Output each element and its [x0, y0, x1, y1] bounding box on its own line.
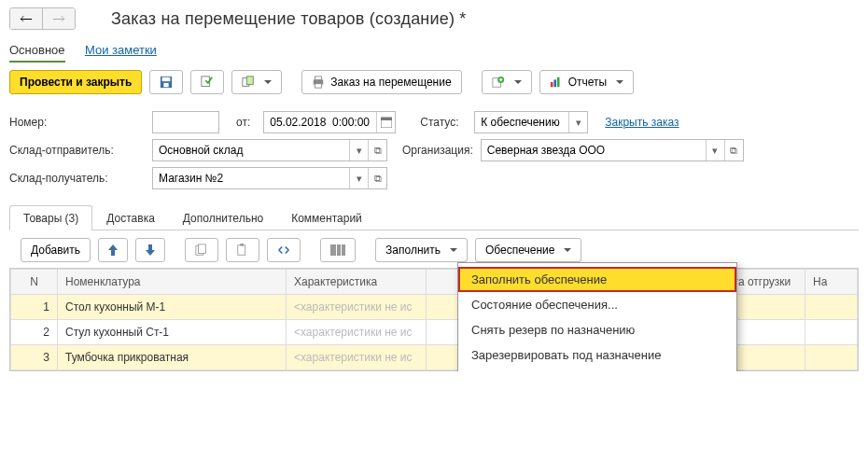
paste-icon	[236, 244, 249, 257]
warehouse-to-label: Склад-получатель:	[9, 172, 145, 185]
from-label: от:	[236, 116, 250, 129]
tab-goods[interactable]: Товары (3)	[9, 205, 92, 230]
number-input[interactable]	[153, 112, 218, 132]
org-input[interactable]	[482, 140, 706, 160]
tab-delivery[interactable]: Доставка	[92, 205, 169, 230]
barcode-icon	[330, 244, 345, 256]
page-title: Заказ на перемещение товаров (создание) …	[111, 9, 467, 29]
svg-rect-19	[240, 244, 244, 246]
nav-back-button[interactable]: 🡐	[10, 8, 42, 29]
col-char: Характеристика	[287, 270, 427, 295]
col-n: N	[11, 270, 58, 295]
svg-rect-8	[315, 84, 322, 88]
attach-icon	[492, 76, 505, 89]
svg-rect-17	[199, 244, 206, 254]
print-order-button[interactable]: Заказ на перемещение	[301, 70, 461, 94]
supply-release-item[interactable]: Снять резерв по назначению	[458, 317, 736, 342]
supply-state-item[interactable]: Состояние обеспечения...	[458, 292, 736, 317]
svg-rect-5	[247, 77, 254, 85]
calendar-icon	[381, 117, 392, 128]
warehouse-from-label: Склад-отправитель:	[9, 144, 145, 157]
subtab-notes[interactable]: Мои заметки	[85, 43, 157, 61]
warehouse-to-input[interactable]	[153, 168, 349, 188]
warehouse-from-select-button[interactable]: ▾	[349, 140, 368, 160]
printer-icon	[312, 76, 325, 89]
warehouse-to-select-button[interactable]: ▾	[349, 168, 368, 188]
status-dropdown-button[interactable]: ▾	[568, 112, 587, 132]
reports-button[interactable]: Отчеты	[539, 70, 634, 94]
split-icon	[277, 244, 290, 257]
svg-rect-7	[315, 77, 322, 80]
subtab-main[interactable]: Основное	[9, 43, 65, 63]
post-and-close-button[interactable]: Провести и закрыть	[9, 70, 142, 94]
svg-rect-2	[164, 83, 169, 87]
arrow-down-icon	[146, 244, 155, 256]
attach-button[interactable]	[482, 70, 532, 94]
tab-comment[interactable]: Комментарий	[277, 205, 376, 230]
based-on-icon	[242, 76, 255, 89]
svg-rect-13	[557, 77, 560, 88]
fill-button[interactable]: Заполнить	[375, 238, 468, 262]
create-based-on-button[interactable]	[231, 70, 282, 94]
calendar-button[interactable]	[376, 112, 395, 132]
warehouse-from-open-button[interactable]: ⧉	[368, 140, 386, 160]
col-na: На	[805, 270, 858, 295]
move-down-button[interactable]	[135, 238, 165, 262]
add-row-button[interactable]: Добавить	[21, 238, 91, 262]
arrow-up-icon	[108, 244, 118, 256]
svg-rect-1	[162, 77, 171, 81]
org-label: Организация:	[402, 144, 473, 157]
svg-rect-18	[238, 245, 245, 256]
save-icon	[160, 76, 173, 89]
number-label: Номер:	[9, 116, 145, 129]
supply-reserve-item[interactable]: Зарезервировать под назначение	[458, 342, 736, 368]
post-icon	[201, 76, 214, 89]
barcode-button[interactable]	[320, 238, 356, 262]
svg-rect-11	[551, 82, 553, 87]
reports-label: Отчеты	[568, 76, 607, 89]
print-order-label: Заказ на перемещение	[330, 76, 451, 89]
svg-rect-12	[553, 79, 556, 87]
supply-button[interactable]: Обеспечение	[475, 238, 581, 262]
supply-fill-item[interactable]: Заполнить обеспечение	[458, 267, 736, 292]
status-input[interactable]	[475, 112, 568, 132]
col-item: Номенклатура	[58, 270, 287, 295]
org-select-button[interactable]: ▾	[706, 140, 724, 160]
tab-extra[interactable]: Дополнительно	[169, 205, 277, 230]
save-button[interactable]	[149, 70, 183, 94]
date-input[interactable]	[264, 112, 376, 132]
warehouse-from-input[interactable]	[153, 140, 349, 160]
svg-rect-15	[381, 118, 392, 120]
nav-forward-button[interactable]: 🡒	[42, 8, 75, 29]
paste-row-button[interactable]	[226, 238, 259, 262]
post-button[interactable]	[190, 70, 224, 94]
copy-row-button[interactable]	[185, 238, 218, 262]
warehouse-to-open-button[interactable]: ⧉	[368, 168, 386, 188]
reports-icon	[550, 77, 563, 88]
org-open-button[interactable]: ⧉	[724, 140, 743, 160]
split-row-button[interactable]	[267, 238, 301, 262]
copy-icon	[195, 244, 208, 257]
move-up-button[interactable]	[98, 238, 128, 262]
status-label: Статус:	[420, 116, 467, 129]
close-order-link[interactable]: Закрыть заказ	[605, 116, 679, 129]
